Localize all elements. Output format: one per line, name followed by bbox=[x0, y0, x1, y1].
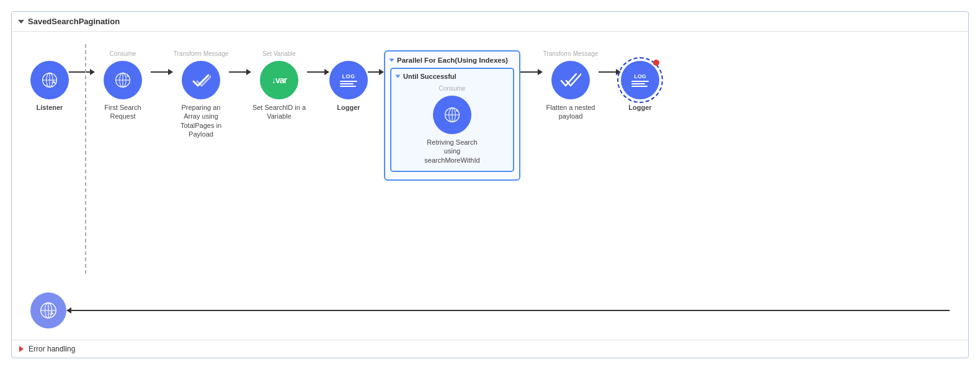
bottom-loop bbox=[12, 292, 968, 340]
node-first-search[interactable]: Consume + First Search Request bbox=[95, 50, 151, 121]
checkmark-v-icon bbox=[191, 70, 211, 90]
loop-globe[interactable] bbox=[30, 292, 66, 328]
transform1-label-top: Transform Message bbox=[174, 50, 229, 59]
consume-search-label: Retriving Search using searchMoreWithId bbox=[424, 138, 480, 165]
logger2-label: Logger bbox=[628, 103, 651, 112]
error-triangle-icon bbox=[19, 346, 24, 352]
transform2-label-top: Transform Message bbox=[543, 50, 599, 59]
arrowhead-4 bbox=[324, 69, 329, 75]
red-dot-indicator bbox=[653, 60, 659, 66]
node-set-variable[interactable]: Set Variable ↓var Set SearchID in a Vari… bbox=[251, 50, 307, 121]
parallel-tri bbox=[390, 59, 394, 62]
until-title: Until Successful bbox=[403, 73, 457, 80]
arrowhead-6 bbox=[538, 69, 543, 75]
line-2 bbox=[151, 71, 168, 73]
setvar-label-top: Set Variable bbox=[262, 50, 296, 59]
transform1-label: Preparing an Array using TotalPages in P… bbox=[173, 103, 229, 138]
loop-globe-icon bbox=[39, 301, 58, 320]
arrow-2 bbox=[151, 50, 173, 75]
logger2-circle[interactable]: LOG bbox=[621, 61, 659, 99]
until-header: Until Successful bbox=[396, 73, 508, 80]
arrow-7 bbox=[599, 50, 621, 75]
arrowhead-3 bbox=[246, 69, 251, 75]
double-check-icon bbox=[560, 70, 581, 91]
transform2-label: Flatten a nested payload bbox=[543, 103, 599, 121]
listener-label-top bbox=[49, 50, 51, 59]
loop-arrowhead bbox=[66, 307, 71, 314]
arrow-1 bbox=[69, 50, 95, 75]
logger1-label: Logger bbox=[337, 103, 360, 112]
svg-text:+: + bbox=[126, 73, 129, 79]
svg-text:+: + bbox=[455, 108, 458, 114]
parallel-header: Parallel For Each(Using Indexes) bbox=[390, 57, 514, 64]
diagram-title: SavedSearchPagination bbox=[28, 17, 120, 26]
globe-plus-icon-2: + bbox=[443, 106, 461, 124]
parallel-block: Parallel For Each(Using Indexes) Until S… bbox=[384, 50, 520, 181]
consume-search-label-top: Consume bbox=[439, 85, 466, 94]
arrow-3 bbox=[229, 50, 251, 75]
error-label: Error handling bbox=[29, 345, 75, 353]
first-search-label: First Search Request bbox=[95, 103, 151, 121]
collapse-icon[interactable] bbox=[18, 20, 24, 24]
log-lines-1 bbox=[340, 81, 357, 87]
first-search-circle[interactable]: + bbox=[104, 61, 142, 99]
log-text-2: LOG bbox=[634, 73, 646, 79]
error-footer[interactable]: Error handling bbox=[12, 340, 968, 358]
node-transform2[interactable]: Transform Message Flatten a nested paylo… bbox=[543, 50, 599, 121]
line-6 bbox=[520, 71, 538, 73]
var-icon: ↓var bbox=[272, 75, 287, 85]
node-transform1[interactable]: Transform Message Preparing an Array usi… bbox=[173, 50, 229, 138]
globe-plus-icon-1: + bbox=[114, 71, 131, 89]
node-logger2[interactable]: LOG Logger bbox=[621, 50, 659, 112]
diagram-header: SavedSearchPagination bbox=[12, 12, 968, 32]
consume-search-circle[interactable]: + bbox=[433, 96, 471, 134]
transform2-circle[interactable] bbox=[551, 61, 590, 99]
line-5 bbox=[368, 71, 379, 73]
logger2-label-top bbox=[639, 50, 641, 59]
loop-line bbox=[71, 310, 950, 311]
listener-label: Listener bbox=[37, 103, 63, 112]
diagram-container: SavedSearchPagination L bbox=[11, 11, 969, 358]
line-3 bbox=[229, 71, 246, 73]
log-lines-2 bbox=[631, 81, 649, 87]
globe-arrow-icon bbox=[41, 71, 58, 89]
parallel-container: Parallel For Each(Using Indexes) Until S… bbox=[384, 50, 520, 181]
parallel-title: Parallel For Each(Using Indexes) bbox=[397, 57, 508, 64]
setvar-circle[interactable]: ↓var bbox=[260, 61, 298, 99]
line-7 bbox=[599, 71, 616, 73]
arrowhead-7 bbox=[616, 69, 621, 75]
setvar-label: Set SearchID in a Variable bbox=[251, 103, 307, 121]
transform1-circle[interactable] bbox=[182, 61, 220, 99]
flow-row: Listener Consume + bbox=[30, 50, 950, 181]
line-1 bbox=[69, 71, 90, 73]
arrow-4 bbox=[307, 50, 329, 75]
line-4 bbox=[307, 71, 324, 73]
arrow-6 bbox=[520, 50, 543, 75]
dashed-separator bbox=[85, 44, 86, 274]
node-logger1[interactable]: LOG Logger bbox=[329, 50, 368, 112]
logger1-circle[interactable]: LOG bbox=[329, 61, 368, 99]
consume-label-1: Consume bbox=[110, 50, 136, 59]
node-listener[interactable]: Listener bbox=[30, 50, 69, 112]
arrowhead-5 bbox=[379, 69, 384, 75]
log-text-1: LOG bbox=[342, 73, 355, 79]
logger1-label-top bbox=[348, 50, 350, 59]
node-consume-search[interactable]: Consume + Retriving Search u bbox=[396, 85, 508, 165]
until-tri bbox=[396, 75, 401, 78]
arrow-5 bbox=[368, 50, 384, 75]
arrowhead-2 bbox=[168, 69, 173, 75]
listener-circle[interactable] bbox=[30, 61, 69, 99]
arrowhead-1 bbox=[90, 69, 95, 75]
main-flow: Listener Consume + bbox=[12, 32, 968, 292]
until-container: Until Successful Consume bbox=[390, 68, 514, 172]
